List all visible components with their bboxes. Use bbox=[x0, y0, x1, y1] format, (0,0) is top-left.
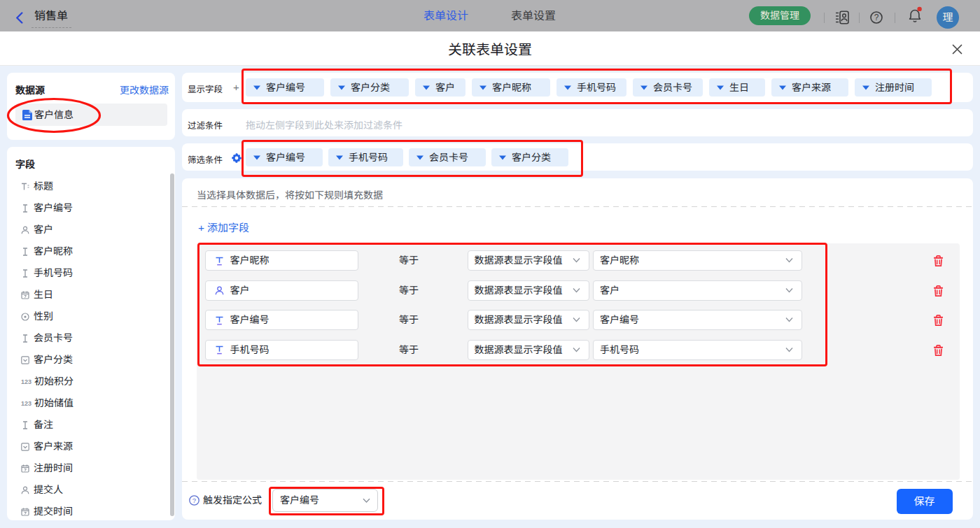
svg-text:?: ? bbox=[874, 13, 879, 22]
svg-text:?: ? bbox=[192, 497, 195, 504]
